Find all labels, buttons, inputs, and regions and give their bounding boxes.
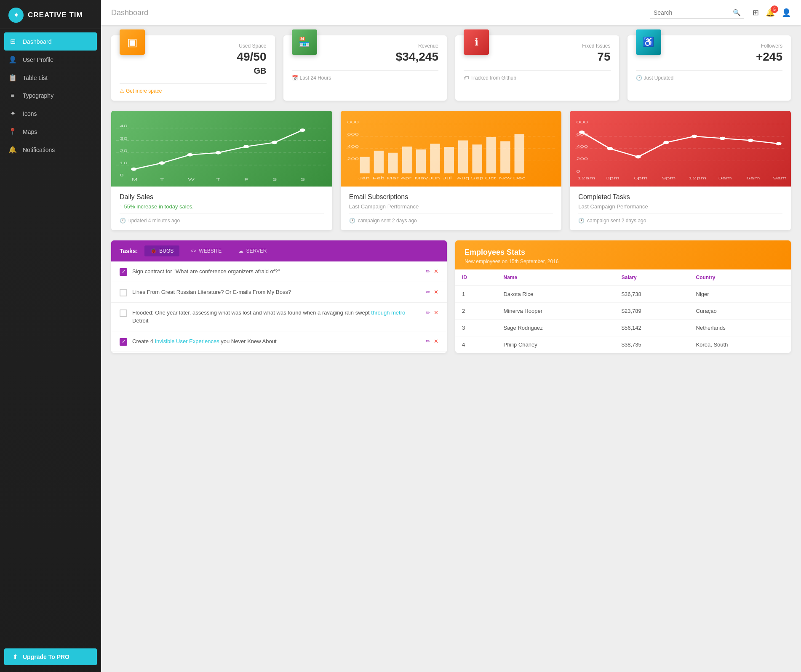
svg-text:Feb: Feb — [372, 176, 384, 180]
svg-text:Dec: Dec — [513, 176, 526, 180]
revenue-footer: 📅 Last 24 Hours — [292, 70, 439, 81]
main-content: Dashboard 🔍 ⊞ 🔔 5 👤 ▣ Used Space 49/50GB… — [101, 0, 801, 672]
topbar-icons: ⊞ 🔔 5 👤 — [753, 8, 791, 17]
revenue-footer-text: Last 24 Hours — [300, 75, 331, 81]
svg-text:0: 0 — [120, 173, 124, 177]
task-checkbox-4[interactable]: ✓ — [120, 338, 127, 346]
task-actions-3: ✏ ✕ — [426, 309, 438, 316]
clock-icon: 🕐 — [636, 75, 642, 81]
tasks-card: Tasks: 🐞 BUGS <> WEBSITE ☁ SERVER — [111, 240, 447, 353]
task-edit-1[interactable]: ✏ — [426, 268, 430, 275]
task-tab-bugs-label: BUGS — [159, 248, 174, 254]
svg-text:9am: 9am — [773, 176, 786, 180]
task-edit-4[interactable]: ✏ — [426, 338, 430, 344]
upgrade-button[interactable]: ⬆ Upgrade To PRO — [4, 648, 97, 665]
svg-text:T: T — [216, 177, 221, 181]
used-space-icon-box: ▣ — [120, 29, 145, 55]
task-item: Flooded: One year later, assessing what … — [111, 303, 447, 331]
search-icon[interactable]: 🔍 — [733, 9, 741, 16]
employees-table-header-row: ID Name Salary Country — [455, 269, 791, 286]
cell-id: 2 — [455, 302, 497, 319]
svg-rect-42 — [514, 134, 524, 173]
task-text-2: Lines From Great Russian Literature? Or … — [132, 288, 421, 296]
sidebar-item-user-profile[interactable]: 👤 User Profile — [0, 51, 101, 69]
task-text-3: Flooded: One year later, assessing what … — [132, 309, 421, 325]
table-row: 4 Philip Chaney $38,735 Korea, South — [455, 336, 791, 353]
svg-point-68 — [692, 134, 697, 138]
email-subscriptions-subtitle: Last Campaign Performance — [349, 203, 553, 210]
svg-point-65 — [607, 147, 613, 150]
task-tab-server[interactable]: ☁ SERVER — [232, 245, 272, 256]
cell-salary: $38,735 — [615, 336, 689, 353]
revenue-icon-box: 🏪 — [292, 29, 317, 55]
col-salary: Salary — [615, 269, 689, 286]
cell-name: Dakota Rice — [497, 285, 614, 302]
task-tab-website[interactable]: <> WEBSITE — [184, 245, 227, 256]
employees-title: Employees Stats — [465, 248, 782, 257]
user-icon-button[interactable]: 👤 — [782, 8, 791, 17]
completed-tasks-footer-text: campaign sent 2 days ago — [587, 218, 646, 224]
nav-label-typography: Typography — [23, 92, 53, 99]
search-input[interactable] — [654, 9, 729, 16]
grid-icon-button[interactable]: ⊞ — [753, 8, 759, 17]
svg-rect-35 — [416, 149, 426, 173]
task-delete-1[interactable]: ✕ — [434, 268, 438, 275]
daily-sales-body: Daily Sales ↑ 55% increase in today sale… — [111, 187, 332, 230]
task-checkbox-1[interactable]: ✓ — [120, 268, 127, 276]
svg-text:Sep: Sep — [471, 176, 483, 180]
search-box[interactable]: 🔍 — [650, 7, 744, 19]
sidebar-item-notifications[interactable]: 🔔 Notifications — [0, 141, 101, 159]
task-item: ✓ Create 4 Invisible User Experiences yo… — [111, 331, 447, 352]
svg-rect-39 — [472, 144, 482, 173]
cell-name: Sage Rodriguez — [497, 319, 614, 336]
svg-text:Jul: Jul — [443, 176, 451, 180]
task-delete-2[interactable]: ✕ — [434, 289, 438, 295]
daily-sales-stat: ↑ 55% increase in today sales. — [120, 203, 324, 210]
svg-point-12 — [215, 151, 221, 154]
svg-rect-37 — [444, 147, 454, 173]
chart-card-email-subscriptions: 800 600 400 200 — [341, 111, 562, 230]
sidebar-item-typography[interactable]: ≡ Typography — [0, 87, 101, 104]
task-text-4: Create 4 Invisible User Experiences you … — [132, 337, 421, 346]
svg-text:3pm: 3pm — [606, 176, 619, 180]
daily-sales-title: Daily Sales — [120, 193, 324, 201]
svg-text:M: M — [132, 177, 138, 181]
used-space-footer: ⚠ Get more space — [120, 83, 267, 94]
tasks-header-label: Tasks: — [120, 248, 138, 254]
notifications-icon-button[interactable]: 🔔 5 — [766, 8, 775, 17]
completed-tasks-footer: 🕐 campaign sent 2 days ago — [578, 213, 782, 224]
daily-sales-footer: 🕐 updated 4 minutes ago — [120, 213, 324, 224]
svg-text:Mar: Mar — [386, 176, 398, 180]
cell-name: Philip Chaney — [497, 336, 614, 353]
col-country: Country — [689, 269, 791, 286]
task-checkbox-2[interactable] — [120, 289, 127, 296]
cell-salary: $56,142 — [615, 319, 689, 336]
task-delete-4[interactable]: ✕ — [434, 338, 438, 344]
email-subscriptions-footer-text: campaign sent 2 days ago — [358, 218, 417, 224]
task-edit-2[interactable]: ✏ — [426, 289, 430, 295]
sidebar-item-icons[interactable]: ✦ Icons — [0, 104, 101, 123]
stat-card-followers: ♿ Followers +245 🕐 Just Updated — [627, 35, 791, 101]
task-edit-3[interactable]: ✏ — [426, 309, 430, 316]
cell-country: Curaçao — [689, 302, 791, 319]
cell-salary: $23,789 — [615, 302, 689, 319]
svg-rect-34 — [402, 147, 411, 173]
task-checkbox-3[interactable] — [120, 309, 127, 317]
task-tab-bugs[interactable]: 🐞 BUGS — [144, 245, 179, 256]
cell-id: 3 — [455, 319, 497, 336]
task-delete-3[interactable]: ✕ — [434, 309, 438, 316]
sidebar-item-maps[interactable]: 📍 Maps — [0, 123, 101, 141]
fixed-issues-footer-text: Tracked from Github — [470, 75, 516, 81]
daily-sales-stat-text: 55% increase in today sales. — [124, 203, 194, 210]
bottom-section: Tasks: 🐞 BUGS <> WEBSITE ☁ SERVER — [111, 240, 791, 353]
sidebar-item-dashboard[interactable]: ⊞ Dashboard — [4, 32, 97, 51]
sidebar-item-table-list[interactable]: 📋 Table List — [0, 69, 101, 87]
svg-text:600: 600 — [347, 132, 359, 136]
svg-rect-41 — [500, 141, 510, 173]
svg-text:W: W — [188, 177, 195, 181]
svg-text:10: 10 — [120, 160, 128, 165]
arrow-up-icon: ↑ — [120, 203, 123, 210]
task-item: Lines From Great Russian Literature? Or … — [111, 282, 447, 303]
website-icon: <> — [190, 248, 196, 254]
daily-sales-chart: 40 30 20 10 0 — [111, 111, 332, 187]
